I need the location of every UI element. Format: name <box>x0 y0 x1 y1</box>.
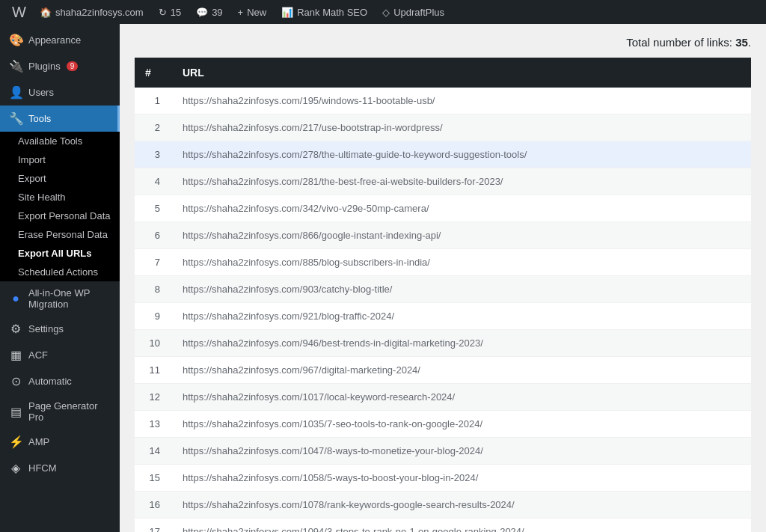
url-link[interactable]: https://shaha2zinfosys.com/1035/7-seo-to… <box>183 418 482 429</box>
sidebar-item-page-generator-pro[interactable]: ▤ Page Generator Pro <box>0 394 120 429</box>
row-number: 2 <box>135 114 172 141</box>
table-row: 13https://shaha2zinfosys.com/1035/7-seo-… <box>135 411 751 438</box>
url-link[interactable]: https://shaha2zinfosys.com/281/the-best-… <box>183 176 503 187</box>
row-number: 4 <box>135 168 172 195</box>
submenu-scheduled-actions[interactable]: Scheduled Actions <box>0 263 120 281</box>
adminbar-rank-math[interactable]: 📊 Rank Math SEO <box>274 0 375 24</box>
row-url[interactable]: https://shaha2zinfosys.com/1094/3-steps-… <box>172 519 751 533</box>
url-table-body: 1https://shaha2zinfosys.com/195/windows-… <box>135 88 751 532</box>
table-row: 16https://shaha2zinfosys.com/1078/rank-k… <box>135 492 751 519</box>
row-url[interactable]: https://shaha2zinfosys.com/281/the-best-… <box>172 168 751 195</box>
url-link[interactable]: https://shaha2zinfosys.com/195/windows-1… <box>183 95 435 106</box>
rank-math-icon: 📊 <box>281 7 293 18</box>
row-url[interactable]: https://shaha2zinfosys.com/1017/local-ke… <box>172 384 751 411</box>
url-link[interactable]: https://shaha2zinfosys.com/1078/rank-key… <box>183 499 515 510</box>
comments-count: 39 <box>212 7 222 18</box>
sidebar-item-users[interactable]: 👤 Users <box>0 79 120 106</box>
row-number: 1 <box>135 88 172 114</box>
sidebar-item-acf[interactable]: ▦ ACF <box>0 342 120 368</box>
row-url[interactable]: https://shaha2zinfosys.com/278/the-ultim… <box>172 141 751 168</box>
url-link[interactable]: https://shaha2zinfosys.com/1058/5-ways-t… <box>183 472 478 483</box>
url-link[interactable]: https://shaha2zinfosys.com/946/best-tren… <box>183 337 483 349</box>
submenu-erase-personal-data[interactable]: Erase Personal Data <box>0 225 120 244</box>
sidebar-item-hfcm[interactable]: ◈ HFCM <box>0 455 120 481</box>
row-url[interactable]: https://shaha2zinfosys.com/903/catchy-bl… <box>172 276 751 303</box>
import-label: Import <box>18 154 46 165</box>
table-header-row: # URL <box>135 58 751 88</box>
page-generator-label: Page Generator Pro <box>28 400 111 423</box>
submenu-site-health[interactable]: Site Health <box>0 188 120 207</box>
new-icon: + <box>238 7 244 18</box>
acf-label: ACF <box>28 349 48 361</box>
settings-icon: ⚙ <box>9 322 22 336</box>
url-link[interactable]: https://shaha2zinfosys.com/885/blog-subs… <box>183 257 430 268</box>
adminbar-updates[interactable]: ↻ 15 <box>151 0 189 24</box>
row-url[interactable]: https://shaha2zinfosys.com/1047/8-ways-t… <box>172 438 751 465</box>
new-label: New <box>247 7 266 18</box>
automatic-label: Automatic <box>28 376 72 387</box>
row-url[interactable]: https://shaha2zinfosys.com/866/google-in… <box>172 222 751 249</box>
row-url[interactable]: https://shaha2zinfosys.com/1078/rank-key… <box>172 492 751 519</box>
table-row: 10https://shaha2zinfosys.com/946/best-tr… <box>135 330 751 357</box>
url-link[interactable]: https://shaha2zinfosys.com/1017/local-ke… <box>183 391 455 403</box>
site-icon: 🏠 <box>40 7 52 18</box>
automatic-icon: ⊙ <box>9 374 22 388</box>
table-row: 14https://shaha2zinfosys.com/1047/8-ways… <box>135 438 751 465</box>
amp-icon: ⚡ <box>9 435 22 449</box>
url-link[interactable]: https://shaha2zinfosys.com/921/blog-traf… <box>183 311 394 322</box>
url-link[interactable]: https://shaha2zinfosys.com/1094/3-steps-… <box>183 526 524 532</box>
submenu-export[interactable]: Export <box>0 169 120 188</box>
adminbar-updraftplus[interactable]: ◇ UpdraftPlus <box>375 0 452 24</box>
table-row: 8https://shaha2zinfosys.com/903/catchy-b… <box>135 276 751 303</box>
sidebar: 🎨 Appearance 🔌 Plugins 9 👤 Users 🔧 Tools… <box>0 24 120 532</box>
url-link[interactable]: https://shaha2zinfosys.com/1047/8-ways-t… <box>183 445 483 456</box>
url-link[interactable]: https://shaha2zinfosys.com/866/google-in… <box>183 230 441 241</box>
migration-label: All-in-One WP Migration <box>28 287 111 310</box>
row-number: 11 <box>135 357 172 384</box>
table-row: 3https://shaha2zinfosys.com/278/the-ulti… <box>135 141 751 168</box>
url-link[interactable]: https://shaha2zinfosys.com/217/use-boots… <box>183 122 443 133</box>
sidebar-item-amp[interactable]: ⚡ AMP <box>0 429 120 455</box>
row-url[interactable]: https://shaha2zinfosys.com/946/best-tren… <box>172 330 751 357</box>
sidebar-item-plugins[interactable]: 🔌 Plugins 9 <box>0 53 120 79</box>
row-url[interactable]: https://shaha2zinfosys.com/342/vivo-v29e… <box>172 195 751 222</box>
table-row: 6https://shaha2zinfosys.com/866/google-i… <box>135 222 751 249</box>
submenu-import[interactable]: Import <box>0 150 120 169</box>
scheduled-actions-label: Scheduled Actions <box>18 266 98 278</box>
migration-icon: ● <box>9 292 22 305</box>
row-url[interactable]: https://shaha2zinfosys.com/1035/7-seo-to… <box>172 411 751 438</box>
sidebar-item-appearance[interactable]: 🎨 Appearance <box>0 27 120 53</box>
url-link[interactable]: https://shaha2zinfosys.com/903/catchy-bl… <box>183 284 392 295</box>
adminbar-new[interactable]: + New <box>230 0 275 24</box>
submenu-export-personal-data[interactable]: Export Personal Data <box>0 207 120 225</box>
submenu-export-all-urls[interactable]: Export All URLs <box>0 244 120 263</box>
export-personal-data-label: Export Personal Data <box>18 210 111 221</box>
row-url[interactable]: https://shaha2zinfosys.com/1058/5-ways-t… <box>172 465 751 492</box>
row-url[interactable]: https://shaha2zinfosys.com/967/digital-m… <box>172 357 751 384</box>
wp-logo[interactable]: W <box>6 4 32 21</box>
main-content: Total number of links: 35. # URL 1https:… <box>120 24 766 532</box>
adminbar-site[interactable]: 🏠 shaha2zinfosys.com <box>32 0 151 24</box>
row-url[interactable]: https://shaha2zinfosys.com/885/blog-subs… <box>172 249 751 276</box>
url-link[interactable]: https://shaha2zinfosys.com/967/digital-m… <box>183 364 420 376</box>
table-row: 17https://shaha2zinfosys.com/1094/3-step… <box>135 519 751 533</box>
table-row: 12https://shaha2zinfosys.com/1017/local-… <box>135 384 751 411</box>
rank-math-label: Rank Math SEO <box>297 7 367 18</box>
sidebar-item-tools[interactable]: 🔧 Tools <box>0 106 120 132</box>
tools-submenu: Available Tools Import Export Site Healt… <box>0 132 120 281</box>
export-label: Export <box>18 173 46 184</box>
sidebar-item-all-in-one-migration[interactable]: ● All-in-One WP Migration <box>0 281 120 316</box>
row-url[interactable]: https://shaha2zinfosys.com/195/windows-1… <box>172 88 751 114</box>
row-url[interactable]: https://shaha2zinfosys.com/217/use-boots… <box>172 114 751 141</box>
row-url[interactable]: https://shaha2zinfosys.com/921/blog-traf… <box>172 303 751 330</box>
sidebar-item-settings[interactable]: ⚙ Settings <box>0 316 120 342</box>
row-number: 6 <box>135 222 172 249</box>
sidebar-item-automatic[interactable]: ⊙ Automatic <box>0 368 120 394</box>
adminbar-comments[interactable]: 💬 39 <box>189 0 230 24</box>
url-link[interactable]: https://shaha2zinfosys.com/342/vivo-v29e… <box>183 203 429 214</box>
comments-icon: 💬 <box>196 7 208 18</box>
submenu-available-tools[interactable]: Available Tools <box>0 132 120 150</box>
appearance-icon: 🎨 <box>9 33 22 47</box>
users-label: Users <box>28 87 54 98</box>
url-link[interactable]: https://shaha2zinfosys.com/278/the-ultim… <box>183 149 527 160</box>
